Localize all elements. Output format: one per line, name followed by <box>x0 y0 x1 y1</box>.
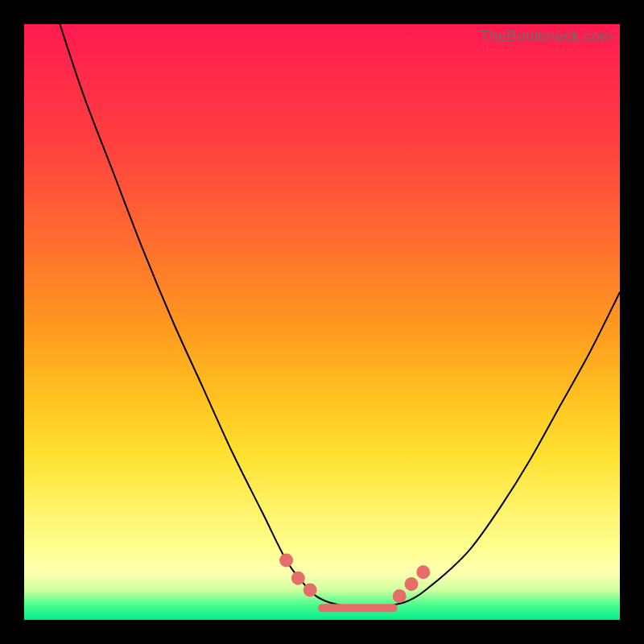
outer-frame: TheBottleneck.com <box>0 0 644 644</box>
curve-left <box>60 24 340 605</box>
plot-area: TheBottleneck.com <box>24 24 620 620</box>
marker-point <box>292 572 303 584</box>
marker-point <box>418 567 429 578</box>
watermark-label: TheBottleneck.com <box>480 27 613 45</box>
marker-point <box>394 590 405 601</box>
chart-svg <box>24 24 620 620</box>
marker-point <box>406 579 417 590</box>
curve-right <box>394 292 620 605</box>
marker-point <box>304 584 316 596</box>
marker-group <box>281 555 429 601</box>
marker-point <box>281 555 292 566</box>
